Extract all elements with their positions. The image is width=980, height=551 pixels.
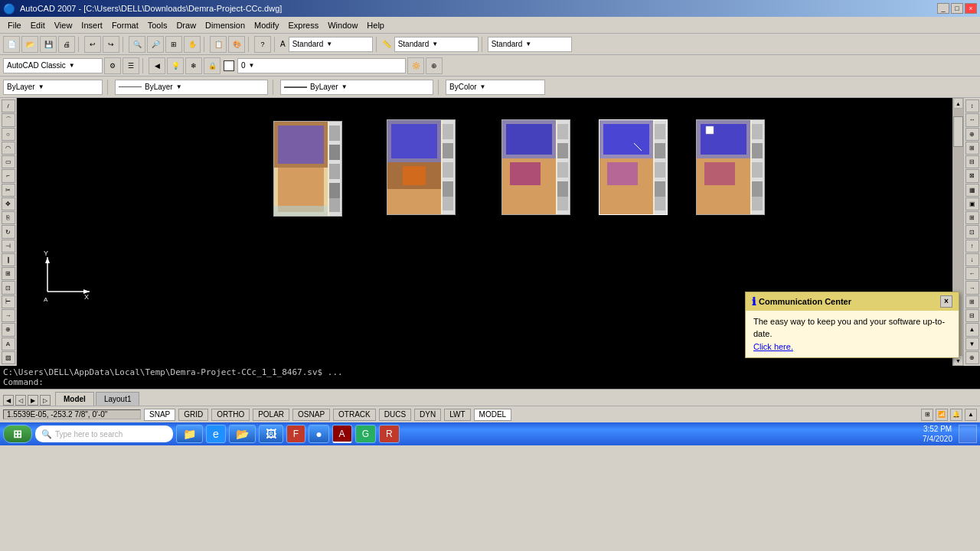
layer-manager[interactable]: ☰ (122, 57, 139, 74)
redo-button[interactable]: ↪ (103, 36, 119, 53)
menu-tools[interactable]: Tools (143, 19, 172, 31)
status-expand[interactable]: ▲ (965, 409, 977, 421)
properties-btn[interactable]: 📋 (210, 36, 227, 53)
lineweight-dropdown[interactable]: ByLayer ▼ (280, 80, 433, 95)
tool-explode[interactable]: ⊕ (2, 323, 15, 336)
taskbar-edge[interactable]: e (206, 425, 226, 443)
minimize-button[interactable]: _ (937, 3, 949, 14)
rt-btn-9[interactable]: ⊞ (965, 211, 979, 224)
tool-hatch[interactable]: ▨ (2, 351, 15, 364)
tab-nav-prev[interactable]: ◀ (3, 395, 14, 406)
tool-array[interactable]: ⊞ (2, 267, 15, 280)
plot-button[interactable]: 🖨 (58, 36, 75, 53)
tool-line[interactable]: / (2, 99, 15, 112)
taskbar-app2[interactable]: G (355, 425, 376, 443)
taskbar-app3[interactable]: R (379, 425, 400, 443)
status-tray-1[interactable]: ⊞ (921, 409, 933, 421)
tool-rectangle[interactable]: ▭ (2, 155, 15, 168)
tool-stretch[interactable]: ⊢ (2, 295, 15, 308)
rt-btn-16[interactable]: ⊟ (965, 309, 979, 322)
rt-btn-13[interactable]: ← (965, 267, 979, 280)
dyn-btn[interactable]: DYN (414, 409, 441, 421)
color-dropdown[interactable]: ByLayer ▼ (3, 80, 103, 95)
status-tray-3[interactable]: 🔔 (950, 409, 962, 421)
tool-fillet[interactable]: ⌐ (2, 169, 15, 182)
polar-btn[interactable]: POLAR (253, 409, 289, 421)
rt-btn-5[interactable]: ⊟ (965, 155, 979, 168)
layer-off[interactable]: 🔆 (407, 57, 424, 74)
rt-btn-17[interactable]: ▲ (965, 323, 979, 336)
ducs-btn[interactable]: DUCS (379, 409, 411, 421)
tool-circle[interactable]: ○ (2, 128, 15, 141)
tool-arc[interactable]: ◠ (2, 142, 15, 155)
taskbar-explorer[interactable]: 📂 (229, 425, 256, 443)
linetype-dropdown[interactable]: ByLayer ▼ (115, 80, 268, 95)
menu-modify[interactable]: Modify (250, 19, 283, 31)
pan-btn[interactable]: ✋ (184, 36, 201, 53)
tool-move[interactable]: ✥ (2, 197, 15, 210)
tool-copy[interactable]: ⎘ (2, 211, 15, 224)
taskbar-photos[interactable]: 🖼 (259, 425, 283, 443)
undo-button[interactable]: ↩ (84, 36, 101, 53)
match-btn[interactable]: 🎨 (228, 36, 245, 53)
taskbar-autocad[interactable]: A (332, 425, 352, 443)
tool-trim[interactable]: ✂ (2, 184, 15, 197)
menu-dimension[interactable]: Dimension (201, 19, 250, 31)
tab-layout1[interactable]: Layout1 (96, 392, 140, 406)
taskbar-app1[interactable]: F (286, 425, 305, 443)
rt-btn-7[interactable]: ▦ (965, 184, 979, 197)
layer-state[interactable]: 💡 (167, 57, 184, 74)
menu-express[interactable]: Express (283, 19, 323, 31)
menu-format[interactable]: Format (107, 19, 143, 31)
close-button[interactable]: × (965, 3, 977, 14)
rt-btn-3[interactable]: ⊕ (965, 128, 979, 141)
scroll-thumb-v[interactable] (953, 116, 963, 147)
rt-btn-8[interactable]: ▣ (965, 197, 979, 210)
text-style-dropdown[interactable]: Standard ▼ (289, 37, 373, 52)
taskbar-clock[interactable]: 3:52 PM 7/4/2020 (923, 424, 956, 444)
menu-insert[interactable]: Insert (77, 19, 107, 31)
new-button[interactable]: 📄 (3, 36, 20, 53)
rt-btn-18[interactable]: ▼ (965, 337, 979, 350)
canvas-area[interactable]: Y X A ℹ Communication Center × The easy … (17, 98, 963, 366)
tab-nav-first[interactable]: ◁ (15, 395, 26, 406)
rt-btn-10[interactable]: ⊡ (965, 225, 979, 238)
comm-close-button[interactable]: × (940, 295, 952, 308)
help-btn[interactable]: ? (254, 36, 271, 53)
lwt-btn[interactable]: LWT (444, 409, 470, 421)
rt-btn-4[interactable]: ⊞ (965, 142, 979, 155)
tool-polyline[interactable]: ⌒ (2, 113, 15, 126)
rt-btn-1[interactable]: ↕ (965, 99, 979, 112)
ortho-btn[interactable]: ORTHO (211, 409, 250, 421)
model-btn[interactable]: MODEL (474, 409, 512, 421)
menu-window[interactable]: Window (323, 19, 362, 31)
tab-nav-last[interactable]: ▷ (40, 395, 51, 406)
rt-btn-6[interactable]: ⊠ (965, 169, 979, 182)
otrack-btn[interactable]: OTRACK (333, 409, 376, 421)
menu-draw[interactable]: Draw (172, 19, 201, 31)
save-button[interactable]: 💾 (40, 36, 57, 53)
tool-rotate[interactable]: ↻ (2, 225, 15, 238)
menu-view[interactable]: View (50, 19, 77, 31)
workspace-settings[interactable]: ⚙ (104, 57, 121, 74)
rt-btn-15[interactable]: ⊞ (965, 295, 979, 308)
menu-file[interactable]: File (3, 19, 26, 31)
tool-extend[interactable]: → (2, 309, 15, 322)
layer-freeze[interactable]: ❄ (185, 57, 202, 74)
zoom-extent[interactable]: ⊞ (165, 36, 182, 53)
search-bar[interactable]: 🔍 Type here to search (35, 425, 173, 442)
layer-name-dropdown[interactable]: 0 ▼ (237, 58, 406, 73)
open-button[interactable]: 📂 (21, 36, 38, 53)
menu-edit[interactable]: Edit (26, 19, 50, 31)
snap-btn[interactable]: SNAP (144, 409, 175, 421)
tab-nav-next[interactable]: ▶ (28, 395, 38, 406)
layer-lock[interactable]: 🔒 (204, 57, 220, 74)
tab-model[interactable]: Model (55, 392, 94, 406)
tool-text[interactable]: A (2, 337, 15, 350)
comm-link[interactable]: Click here. (753, 342, 793, 351)
rt-btn-11[interactable]: ↑ (965, 240, 979, 253)
tool-offset[interactable]: ∥ (2, 253, 15, 266)
taskbar-files[interactable]: 📁 (176, 425, 203, 443)
workspace-select-dropdown[interactable]: AutoCAD Classic ▼ (3, 58, 103, 73)
rt-btn-19[interactable]: ⊕ (965, 351, 979, 364)
